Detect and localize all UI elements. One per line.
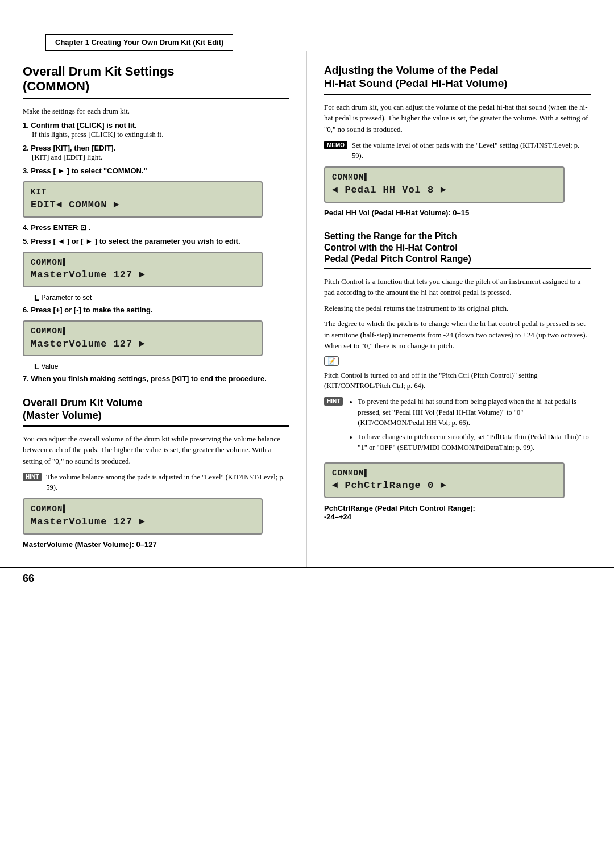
pitch-control-title: Setting the Range for the Pitch Control … [324, 231, 591, 269]
hint-bullet-2: To have changes in pitch occur smoothly,… [358, 432, 591, 453]
step-2: 2. Press [KIT], then [EDIT]. [KIT] and [… [23, 144, 289, 162]
step-4: 4. Press ENTER ⊡ . [23, 223, 289, 232]
hint-box-1: HINT The volume balance among the pads i… [23, 472, 289, 493]
note-text: Pitch Control is turned on and off in th… [324, 370, 591, 391]
page-number: 66 [23, 573, 34, 585]
hint-bullet-1: To prevent the pedal hi-hat sound from b… [358, 397, 591, 428]
page: Chapter 1 Creating Your Own Drum Kit (Ki… [0, 0, 614, 868]
hint-badge-1: HINT [23, 473, 42, 481]
hint-text-1: The volume balance among the pads is adj… [46, 472, 289, 493]
lcd-pitch-caption: PchCtrlRange (Pedal Pitch Control Range)… [324, 504, 591, 521]
chapter-bar: Chapter 1 Creating Your Own Drum Kit (Ki… [45, 34, 233, 51]
left-column: Overall Drum Kit Settings (COMMON) Make … [0, 51, 307, 567]
pitch-text-1: Pitch Control is a function that lets yo… [324, 276, 591, 298]
note-ref: 📝 [324, 356, 591, 368]
pitch-text-3: The degree to which the pitch is to chan… [324, 318, 591, 352]
lcd2-annotation: Parameter to set [34, 293, 289, 302]
pitch-text-2: Releasing the pedal returns the instrume… [324, 303, 591, 314]
step-3: 3. Press [ ► ] to select "COMMON." [23, 166, 289, 176]
lcd-display-1: KIT EDIT◄ COMMON ► [23, 181, 263, 217]
main-title: Overall Drum Kit Settings (COMMON) [23, 64, 289, 99]
memo-box-1: MEMO Set the volume level of other pads … [324, 140, 591, 161]
lcd-pitch: COMMON▌ ◄ PchCtrlRange 0 ► [324, 462, 565, 498]
step-7: 7. When you finish making settings, pres… [23, 374, 289, 383]
hint-badge-2: HINT [324, 397, 343, 406]
page-number-bar: 66 [0, 567, 614, 589]
step-1: 1. Confirm that [CLICK] is not lit. If t… [23, 121, 289, 139]
lcd-pedal-caption: Pedal HH Vol (Pedal Hi-Hat Volume): 0–15 [324, 208, 591, 217]
hint-bullets: To prevent the pedal hi-hat sound from b… [358, 397, 591, 457]
intro-text: Make the settings for each drum kit. [23, 106, 289, 117]
pedal-hh-text: For each drum kit, you can adjust the vo… [324, 102, 591, 135]
note-icon: 📝 [324, 356, 339, 366]
step-5: 5. Press [ ◄ ] or [ ► ] to select the pa… [23, 237, 289, 246]
step-6: 6. Press [+] or [-] to make the setting. [23, 306, 289, 315]
lcd3-annotation: Value [34, 362, 289, 371]
lcd4-caption: MasterVolume (Master Volume): 0–127 [23, 540, 289, 549]
memo-text-1: Set the volume level of other pads with … [352, 140, 591, 161]
lcd-display-3: COMMON▌ MasterVolume 127 ► [23, 320, 263, 356]
master-volume-title: Overall Drum Kit Volume (Master Volume) [23, 397, 289, 426]
right-column: Adjusting the Volume of the Pedal Hi-Hat… [307, 51, 614, 567]
master-vol-text: You can adjust the overall volume of the… [23, 433, 289, 467]
lcd-pedal: COMMON▌ ◄ Pedal HH Vol 8 ► [324, 166, 565, 202]
lcd-display-4: COMMON▌ MasterVolume 127 ► [23, 498, 263, 534]
hint-box-2: HINT To prevent the pedal hi-hat sound f… [324, 397, 591, 457]
lcd-display-2: COMMON▌ MasterVolume 127 ► [23, 252, 263, 287]
pedal-hh-title: Adjusting the Volume of the Pedal Hi-Hat… [324, 64, 591, 95]
memo-badge-1: MEMO [324, 141, 347, 149]
